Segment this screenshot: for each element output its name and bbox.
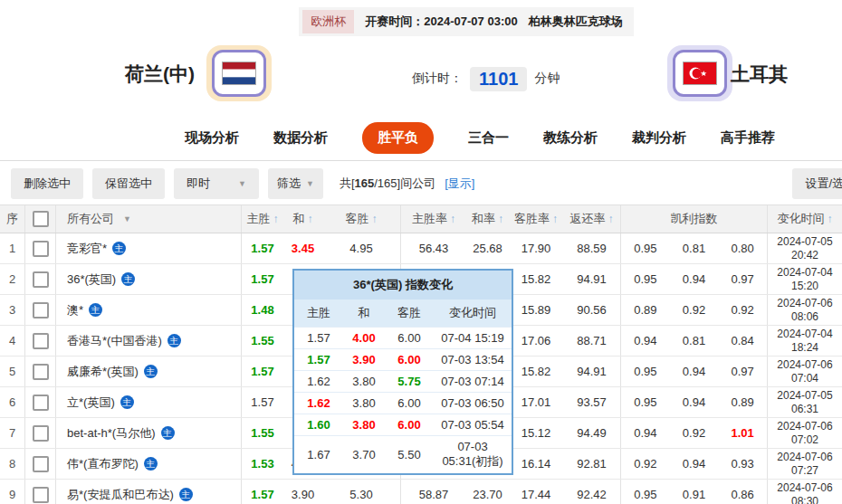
popup-odds-home: 1.62 xyxy=(294,375,343,388)
popup-odds-draw: 3.70 xyxy=(343,448,385,461)
odds-home[interactable]: 1.48 xyxy=(242,295,283,325)
odds-away[interactable]: 4.95 xyxy=(322,233,401,263)
rate-away: 17.44 xyxy=(509,480,563,504)
popup-odds-home: 1.60 xyxy=(294,418,343,432)
odds-home[interactable]: 1.57 xyxy=(242,387,283,417)
return-rate: 88.71 xyxy=(563,326,621,356)
company-name: 竞彩官* xyxy=(67,241,107,257)
header-home-odds[interactable]: 主胜↑ xyxy=(242,205,283,233)
tab-win-draw-lose[interactable]: 胜平负 xyxy=(362,122,434,154)
odds-home[interactable]: 1.53 xyxy=(242,449,283,479)
kelly-cell: 0.950.810.80 xyxy=(621,233,768,263)
popup-odds-away: 6.00 xyxy=(385,331,434,345)
header-home-rate[interactable]: 主胜率↑ xyxy=(401,205,466,233)
row-checkbox[interactable] xyxy=(33,364,49,380)
odds-draw[interactable]: 3.90 xyxy=(283,480,322,504)
row-checkbox[interactable] xyxy=(33,456,49,472)
header-label: 和率 xyxy=(472,211,495,227)
tab-coach-analysis[interactable]: 教练分析 xyxy=(543,129,598,147)
tab-three-in-one[interactable]: 三合一 xyxy=(468,129,509,147)
home-badge-icon: 主 xyxy=(179,488,193,501)
company-cell[interactable]: bet-at-h*(马尔他)主 xyxy=(56,418,242,448)
rate-draw: 23.70 xyxy=(466,480,509,504)
show-link[interactable]: [显示] xyxy=(445,176,474,192)
kelly-away: 0.92 xyxy=(718,303,767,317)
header-away-rate[interactable]: 客胜率↑ xyxy=(509,205,563,233)
company-cell[interactable]: 香港马*(中国香港)主 xyxy=(56,326,242,356)
odds-away[interactable]: 5.30 xyxy=(322,480,401,504)
kelly-cell: 0.950.910.86 xyxy=(621,480,768,504)
company-cell[interactable]: 澳*主 xyxy=(56,295,242,325)
filter-label: 筛选 xyxy=(277,176,301,192)
odds-home[interactable]: 1.57 xyxy=(242,264,283,294)
kelly-draw: 0.91 xyxy=(670,488,719,501)
row-checkbox[interactable] xyxy=(33,302,49,319)
sort-asc-icon: ↑ xyxy=(608,213,614,225)
company-cell[interactable]: 易*(安提瓜和巴布达)主 xyxy=(56,480,242,504)
checkbox-cell xyxy=(25,480,56,504)
sort-asc-icon: ↑ xyxy=(273,213,279,225)
rate-home: 58.87 xyxy=(401,480,466,504)
header-select-all[interactable] xyxy=(25,205,56,233)
checkbox-cell xyxy=(25,387,56,417)
popup-odds-draw: 3.90 xyxy=(343,353,385,366)
kelly-draw: 0.94 xyxy=(670,365,719,378)
company-name: 伟*(直布罗陀) xyxy=(67,456,139,472)
return-rate: 92.42 xyxy=(563,480,621,504)
kelly-draw: 0.81 xyxy=(670,334,719,347)
popup-header-draw-odds: 和 xyxy=(343,305,385,321)
company-cell[interactable]: 伟*(直布罗陀)主 xyxy=(56,449,242,479)
kelly-home: 0.92 xyxy=(621,457,670,471)
row-checkbox[interactable] xyxy=(33,487,49,503)
change-time: 2024-07-04 18:24 xyxy=(772,328,837,355)
kelly-draw: 0.92 xyxy=(670,426,719,440)
header-draw-odds[interactable]: 和↑ xyxy=(283,205,322,233)
header-change-time[interactable]: 变化时间↑ xyxy=(768,205,842,233)
tab-data-analysis[interactable]: 数据分析 xyxy=(273,129,328,147)
popup-odds-home: 1.67 xyxy=(294,448,343,461)
popup-odds-away: 5.75 xyxy=(385,375,434,388)
row-checkbox[interactable] xyxy=(33,395,49,411)
odds-home[interactable]: 1.55 xyxy=(242,326,283,356)
company-cell[interactable]: 威廉希*(英国)主 xyxy=(56,357,242,386)
row-number: 3 xyxy=(0,295,25,325)
popup-row: 1.673.705.5007-03 05:31(初指) xyxy=(294,435,512,473)
tab-expert-picks[interactable]: 高手推荐 xyxy=(721,129,775,147)
header-index: 序 xyxy=(0,205,25,233)
header-return-rate[interactable]: 返还率↑ xyxy=(563,205,621,233)
select-all-checkbox[interactable] xyxy=(33,211,49,227)
time-mode-dropdown[interactable]: 即时 ▼ xyxy=(174,168,259,199)
odds-draw[interactable]: 3.45 xyxy=(283,233,322,263)
header-away-odds[interactable]: 客胜↑ xyxy=(322,205,401,233)
row-checkbox[interactable] xyxy=(33,333,49,349)
filter-dropdown[interactable]: 筛选 ▼ xyxy=(268,168,323,199)
row-checkbox[interactable] xyxy=(33,241,49,257)
row-number: 1 xyxy=(0,233,25,263)
row-checkbox[interactable] xyxy=(33,271,49,288)
odds-change-popup: 36*(英国) 指数变化 主胜和客胜变化时间 1.574.006.0007-04… xyxy=(292,269,513,475)
return-rate: 93.57 xyxy=(563,387,621,417)
header-company[interactable]: 所有公司▼ xyxy=(56,205,242,233)
header-draw-rate[interactable]: 和率↑ xyxy=(466,205,509,233)
checkbox-cell xyxy=(25,418,56,448)
odds-home[interactable]: 1.55 xyxy=(242,418,283,448)
change-time-cell: 2024-07-05 06:31 xyxy=(768,387,842,417)
keep-selected-button[interactable]: 保留选中 xyxy=(92,168,165,199)
delete-selected-button[interactable]: 删除选中 xyxy=(11,168,83,199)
header-label: 客胜 xyxy=(346,211,369,227)
company-cell[interactable]: 立*(英国)主 xyxy=(56,387,242,417)
row-checkbox[interactable] xyxy=(33,425,49,442)
company-cell[interactable]: 竞彩官*主 xyxy=(56,233,242,263)
odds-home[interactable]: 1.57 xyxy=(242,357,283,386)
checkbox-cell xyxy=(25,326,56,356)
odds-home[interactable]: 1.57 xyxy=(242,233,283,263)
tab-live-analysis[interactable]: 现场分析 xyxy=(185,129,239,147)
rate-away: 15.82 xyxy=(509,264,563,294)
company-cell[interactable]: 36*(英国)主 xyxy=(56,264,242,294)
odds-home[interactable]: 1.57 xyxy=(242,480,283,504)
tab-referee-analysis[interactable]: 裁判分析 xyxy=(632,129,686,147)
kickoff-time: 开赛时间：2024-07-07 03:00 xyxy=(365,14,517,30)
settings-button[interactable]: 设置/选 xyxy=(792,168,842,199)
header-label: 返还率 xyxy=(570,211,606,227)
match-info-bar: 欧洲杯 开赛时间：2024-07-07 03:00 柏林奥林匹克球场 xyxy=(0,7,842,36)
